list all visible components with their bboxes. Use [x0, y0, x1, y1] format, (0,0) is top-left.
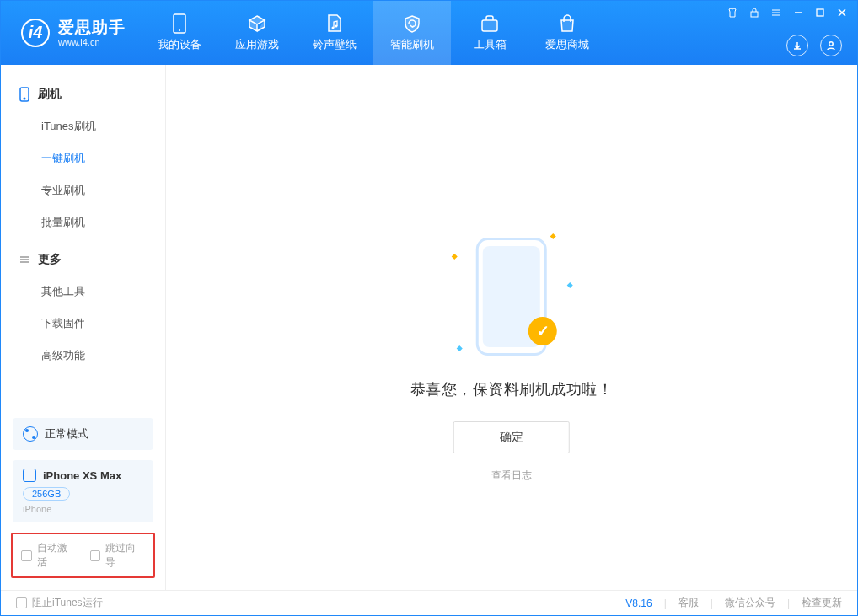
tab-store[interactable]: 爱思商城	[528, 1, 606, 65]
device-icon	[23, 469, 36, 482]
svg-point-7	[829, 42, 833, 46]
footer: 阻止iTunes运行 V8.16 | 客服 | 微信公众号 | 检查更新	[1, 590, 857, 615]
sidebar-section-more: 更多	[1, 244, 165, 276]
bag-icon	[557, 13, 577, 34]
sidebar-item-onekey[interactable]: 一键刷机	[1, 142, 165, 174]
user-button[interactable]	[820, 35, 842, 56]
sidebar-item-other[interactable]: 其他工具	[1, 276, 165, 308]
sidebar-item-itunes[interactable]: iTunes刷机	[1, 110, 165, 142]
cube-icon	[247, 13, 267, 34]
menu-icon[interactable]	[770, 6, 783, 19]
footer-link-support[interactable]: 客服	[678, 596, 699, 610]
success-illustration: ✓	[476, 238, 547, 356]
phone-icon	[18, 88, 31, 101]
main-tabs: 我的设备 应用游戏 铃声壁纸 智能刷机 工具箱 爱思商城	[141, 1, 606, 65]
svg-rect-4	[482, 20, 497, 31]
window-controls	[726, 6, 849, 19]
version-label: V8.16	[625, 597, 652, 609]
svg-point-9	[24, 98, 25, 99]
main-content: ✓ 恭喜您，保资料刷机成功啦！ 确定 查看日志	[166, 65, 857, 590]
svg-point-1	[179, 29, 180, 31]
tab-device[interactable]: 我的设备	[141, 1, 218, 65]
download-button[interactable]	[786, 35, 808, 56]
checkbox-auto-activate[interactable]: 自动激活	[21, 541, 77, 570]
device-card[interactable]: iPhone XS Max 256GB iPhone	[13, 460, 153, 522]
refresh-shield-icon	[402, 13, 422, 34]
mode-label: 正常模式	[45, 426, 88, 442]
sidebar-item-pro[interactable]: 专业刷机	[1, 174, 165, 206]
toolbox-icon	[480, 13, 500, 34]
sidebar-section-flash: 刷机	[1, 78, 165, 110]
shirt-icon[interactable]	[726, 6, 739, 19]
checkbox-skip-guide[interactable]: 跳过向导	[90, 541, 146, 570]
sidebar: 刷机 iTunes刷机 一键刷机 专业刷机 批量刷机 更多 其他工具 下载固件 …	[1, 65, 166, 590]
music-file-icon	[324, 13, 345, 34]
maximize-button[interactable]	[813, 6, 827, 19]
tab-toolbox[interactable]: 工具箱	[451, 1, 528, 65]
mode-card[interactable]: 正常模式	[13, 418, 153, 450]
confirm-button[interactable]: 确定	[453, 421, 570, 453]
sidebar-item-firmware[interactable]: 下载固件	[1, 308, 165, 340]
options-highlight-box: 自动激活 跳过向导	[11, 533, 155, 578]
view-log-link[interactable]: 查看日志	[491, 469, 532, 483]
minimize-button[interactable]	[791, 6, 805, 19]
tab-ringtones[interactable]: 铃声壁纸	[296, 1, 373, 65]
tab-flash[interactable]: 智能刷机	[373, 1, 451, 65]
device-os: iPhone	[23, 504, 143, 514]
app-subtitle: www.i4.cn	[58, 37, 126, 48]
sidebar-item-batch[interactable]: 批量刷机	[1, 206, 165, 238]
checkbox-block-itunes[interactable]: 阻止iTunes运行	[16, 596, 103, 610]
header: i4 爱思助手 www.i4.cn 我的设备 应用游戏 铃声壁纸 智能刷机 工具…	[1, 1, 857, 65]
list-icon	[18, 253, 31, 266]
svg-rect-6	[817, 9, 823, 16]
footer-link-update[interactable]: 检查更新	[802, 596, 842, 610]
app-logo: i4 爱思助手 www.i4.cn	[1, 19, 141, 47]
footer-link-wechat[interactable]: 微信公众号	[725, 596, 775, 610]
tab-apps[interactable]: 应用游戏	[218, 1, 296, 65]
device-name: iPhone XS Max	[43, 469, 121, 482]
success-message: 恭喜您，保资料刷机成功啦！	[410, 379, 614, 399]
app-title: 爱思助手	[58, 19, 126, 37]
close-button[interactable]	[835, 6, 849, 19]
lock-icon[interactable]	[748, 6, 761, 19]
sidebar-item-advanced[interactable]: 高级功能	[1, 340, 165, 372]
logo-icon: i4	[21, 19, 50, 47]
svg-point-2	[332, 27, 335, 29]
device-icon	[169, 13, 190, 34]
device-storage-badge: 256GB	[23, 487, 70, 501]
svg-rect-5	[751, 12, 758, 17]
check-icon: ✓	[528, 317, 557, 345]
svg-point-3	[335, 25, 338, 28]
mode-icon	[23, 426, 38, 442]
